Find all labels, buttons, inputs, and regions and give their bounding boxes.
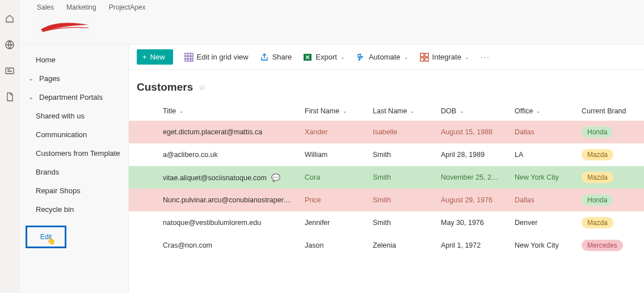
chevron-down-icon: ⌄ xyxy=(465,54,469,60)
news-icon[interactable] xyxy=(5,66,15,76)
nav-communication[interactable]: Communication xyxy=(20,125,128,144)
cell-brand: Mercedes xyxy=(582,234,644,257)
brand-pill: Mazda xyxy=(582,172,613,183)
nav-edit-button[interactable]: Edit 👆 xyxy=(26,226,66,248)
cmd-label: Integrate xyxy=(432,53,461,61)
chevron-down-icon: ⌄ xyxy=(536,108,541,114)
integrate-icon xyxy=(420,53,429,62)
col-label: Office xyxy=(515,107,533,115)
hub-nav: Sales Marketing ProjectApex xyxy=(20,0,644,11)
hub-link[interactable]: Marketing xyxy=(66,3,96,11)
comment-icon[interactable]: 💬 xyxy=(271,173,280,182)
site-nav: Home ⌄ Pages ⌄ Department Portals Shared… xyxy=(20,45,129,293)
brand-pill: Mazda xyxy=(582,149,613,160)
table-row[interactable]: a@aclibero.co.ukWilliamSmithApril 28, 19… xyxy=(129,143,644,166)
cell-office: Denver xyxy=(508,211,582,234)
automate-button[interactable]: Automate ⌄ xyxy=(356,53,409,62)
file-icon[interactable] xyxy=(5,92,15,102)
cell-dob: April 28, 1989 xyxy=(434,143,508,166)
nav-brands[interactable]: Brands xyxy=(20,163,128,181)
col-office[interactable]: Office⌄ xyxy=(515,107,541,115)
cell-title[interactable]: vitae.aliquet@sociisnatoque.com💬 xyxy=(156,166,298,189)
nav-repair-shops[interactable]: Repair Shops xyxy=(20,181,128,200)
hub-link[interactable]: Sales xyxy=(37,3,54,11)
table-row[interactable]: natoque@vestibulumlorem.eduJenniferSmith… xyxy=(129,211,644,234)
automate-icon xyxy=(356,53,365,62)
cell-title[interactable]: Cras@non.com xyxy=(156,234,298,257)
cmd-label: Share xyxy=(272,53,292,61)
home-icon[interactable] xyxy=(5,14,15,24)
globe-icon[interactable] xyxy=(5,40,15,50)
favorite-icon[interactable]: ☆ xyxy=(199,83,206,92)
svg-rect-2 xyxy=(185,53,193,61)
cell-first-name: Xander xyxy=(298,121,366,143)
cell-last-name: Isabelle xyxy=(366,121,434,143)
cell-office: Dallas xyxy=(508,189,582,211)
col-brand[interactable]: Current Brand xyxy=(582,107,626,115)
nav-department-portals[interactable]: ⌄ Department Portals xyxy=(20,88,128,107)
cell-last-name: Smith xyxy=(366,189,434,211)
cell-dob: November 25, 2000 xyxy=(434,166,508,189)
cell-first-name: William xyxy=(298,143,366,166)
cell-title[interactable]: eget.dictum.placerat@mattis.ca xyxy=(156,121,298,143)
brand-pill: Mazda xyxy=(582,217,613,228)
chevron-down-icon: ⌄ xyxy=(340,54,345,60)
table-row[interactable]: vitae.aliquet@sociisnatoque.com💬CoraSmit… xyxy=(129,166,644,189)
chevron-down-icon: ⌄ xyxy=(179,108,184,114)
nav-customers-from-template[interactable]: Customers from Template xyxy=(20,144,128,163)
cell-last-name: Smith xyxy=(366,211,434,234)
col-last-name[interactable]: Last Name⌄ xyxy=(373,107,415,115)
nav-label: Pages xyxy=(39,74,60,83)
col-first-name[interactable]: First Name⌄ xyxy=(305,107,347,115)
col-dob[interactable]: DOB⌄ xyxy=(441,107,464,115)
cell-first-name: Cora xyxy=(298,166,366,189)
cell-title[interactable]: a@aclibero.co.uk xyxy=(156,143,298,166)
col-title[interactable]: Title⌄ xyxy=(163,107,184,115)
brand-pill: Honda xyxy=(582,126,613,138)
share-button[interactable]: Share xyxy=(260,53,292,62)
more-button[interactable]: ··· xyxy=(481,53,490,61)
cell-dob: May 30, 1976 xyxy=(434,211,508,234)
site-header: Sales Marketing ProjectApex xyxy=(20,0,644,45)
cell-title[interactable]: Nunc.pulvinar.arcu@conubianostraper.edu xyxy=(156,189,298,211)
table-row[interactable]: Nunc.pulvinar.arcu@conubianostraper.eduP… xyxy=(129,189,644,211)
cell-brand: Mazda xyxy=(582,166,644,189)
nav-shared-with-us[interactable]: Shared with us xyxy=(20,107,128,125)
chevron-down-icon: ⌄ xyxy=(404,54,409,60)
brand-pill: Honda xyxy=(582,194,613,206)
svg-rect-7 xyxy=(425,58,428,61)
edit-in-grid-button[interactable]: Edit in grid view xyxy=(184,53,249,62)
brand-pill: Mercedes xyxy=(582,240,623,251)
svg-rect-6 xyxy=(420,58,424,61)
cell-first-name: Jennifer xyxy=(298,211,366,234)
nav-home[interactable]: Home xyxy=(20,50,128,69)
nav-pages[interactable]: ⌄ Pages xyxy=(20,69,128,88)
chevron-down-icon: ⌄ xyxy=(410,108,415,114)
cmd-label: Edit in grid view xyxy=(197,53,249,61)
export-button[interactable]: Export ⌄ xyxy=(303,53,345,62)
cell-first-name: Jason xyxy=(298,234,366,257)
plus-icon: + xyxy=(142,53,147,61)
chevron-down-icon: ⌄ xyxy=(343,108,347,114)
cell-office: New York City xyxy=(508,166,582,189)
table-row[interactable]: eget.dictum.placerat@mattis.caXanderIsab… xyxy=(129,121,644,143)
cell-office: LA xyxy=(508,143,582,166)
hub-link[interactable]: ProjectApex xyxy=(109,3,146,11)
cell-brand: Honda xyxy=(582,189,644,211)
col-label: Last Name xyxy=(373,107,407,115)
cell-office: New York City xyxy=(508,234,582,257)
chevron-down-icon: ⌄ xyxy=(27,94,35,101)
cell-brand: Mazda xyxy=(582,143,644,166)
app-rail xyxy=(0,0,20,293)
nav-recycle-bin[interactable]: Recycle bin xyxy=(20,200,128,219)
command-bar: + New Edit in grid view Share xyxy=(129,45,644,70)
integrate-button[interactable]: Integrate ⌄ xyxy=(420,53,469,62)
grid-edit-icon xyxy=(184,53,193,62)
cmd-label: Automate xyxy=(369,53,401,61)
site-logo[interactable] xyxy=(33,14,97,40)
nav-label: Department Portals xyxy=(39,93,103,101)
new-button[interactable]: + New xyxy=(137,49,173,65)
cell-last-name: Smith xyxy=(366,143,434,166)
cell-title[interactable]: natoque@vestibulumlorem.edu xyxy=(156,211,298,234)
table-row[interactable]: Cras@non.comJasonZeleniaApril 1, 1972New… xyxy=(129,234,644,257)
